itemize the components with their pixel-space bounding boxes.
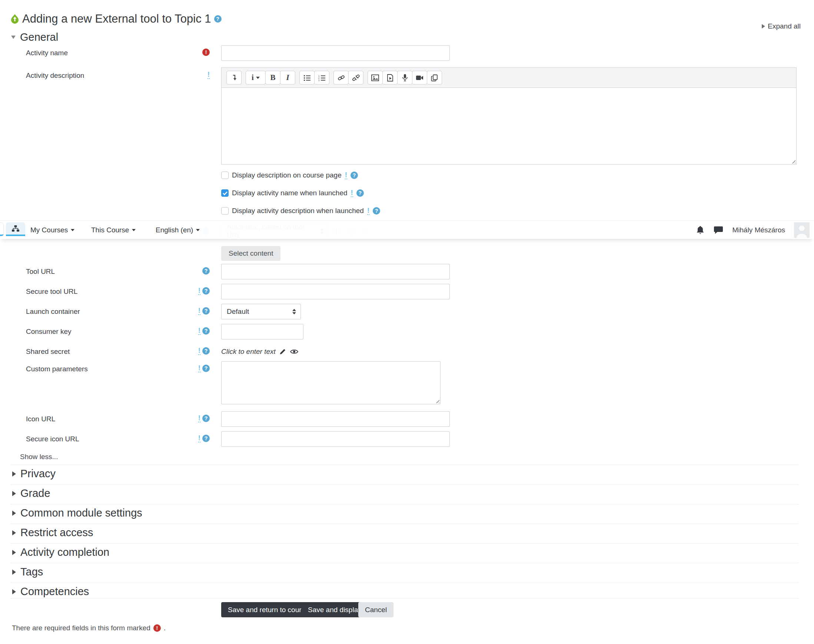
advanced-icon: ! [207,71,210,79]
nav-menu-my-courses[interactable]: My Courses [31,221,75,239]
nav-menu-label: This Course [91,226,129,234]
caret-down-icon [256,77,260,79]
manage-files-button[interactable] [427,71,442,84]
divider [11,543,799,544]
show-less-link[interactable]: Show less... [20,453,58,461]
activity-description-label: Activity description [26,72,84,80]
section-activity-completion-header[interactable]: Activity completion [0,546,109,558]
checkbox-checked[interactable] [221,189,228,197]
help-icon[interactable]: ? [202,267,210,274]
help-icon[interactable]: ? [202,435,210,442]
record-audio-button[interactable] [397,71,412,84]
nav-tab-sitemap[interactable] [6,222,25,236]
arrow-down-icon [230,74,238,81]
secure-tool-url-input[interactable] [221,284,450,299]
activity-name-input[interactable] [221,45,450,61]
secure-icon-url-label: Secure icon URL [26,435,79,443]
section-privacy-header[interactable]: Privacy [0,468,55,480]
checkbox-unchecked[interactable] [221,207,228,215]
section-common-module-settings-header[interactable]: Common module settings [0,507,142,519]
section-restrict-access-header[interactable]: Restrict access [0,526,94,539]
checkbox-label[interactable]: Display activity name when launched [232,189,348,197]
triangle-right-icon [12,550,16,555]
required-icon: ! [153,624,161,632]
nav-menu-this-course[interactable]: This Course [91,221,136,239]
nav-menu-language[interactable]: English (en) [156,221,200,239]
bold-button[interactable]: B [265,71,281,84]
microphone-icon [402,74,408,81]
checkbox-label[interactable]: Display activity description when launch… [232,207,364,215]
custom-parameters-textarea[interactable] [221,361,440,404]
cancel-button[interactable]: Cancel [358,602,394,617]
description-textarea[interactable] [221,88,797,164]
help-icon[interactable]: ? [202,287,210,294]
help-icon[interactable]: ? [351,172,358,179]
ordered-list-button[interactable]: 1 2 3 [314,71,330,84]
unlink-button[interactable] [348,71,363,84]
section-competencies-header[interactable]: Competencies [0,586,89,598]
video-camera-icon [416,75,423,81]
resize-handle[interactable] [435,398,439,403]
checkbox-row-display-activity-description: Display activity description when launch… [221,207,380,215]
advanced-icon: ! [198,435,201,442]
section-title: Restrict access [20,526,94,539]
tool-url-input[interactable] [221,264,450,279]
bold-icon: B [270,73,275,82]
triangle-right-icon [12,569,16,575]
eye-icon[interactable] [290,349,299,354]
checkbox-unchecked[interactable] [221,172,228,179]
select-content-button[interactable]: Select content [221,246,281,261]
help-icon[interactable]: ? [202,347,210,354]
consumer-key-input[interactable] [221,324,304,339]
paragraph-styles-button[interactable]: i [246,71,266,84]
insert-image-button[interactable] [368,71,383,84]
advanced-icon: ! [198,347,201,355]
icon-url-label: Icon URL [26,415,55,423]
nav-tab-partial[interactable] [0,222,4,236]
messages-icon[interactable] [714,225,723,235]
required-icon: ! [202,49,210,56]
expand-all-link[interactable]: Expand all [762,22,801,31]
checkbox-row-display-activity-name: Display activity name when launched ! ? [221,189,364,197]
toolbar-toggle-button[interactable] [226,71,242,84]
section-general-header[interactable]: General [0,31,58,43]
notifications-bell-icon[interactable] [696,225,705,235]
page-title: Adding a new External tool to Topic 1 [22,12,211,26]
files-icon [431,74,438,81]
help-icon[interactable]: ? [202,365,210,372]
section-grade-header[interactable]: Grade [0,487,51,500]
advanced-icon: ! [198,307,201,315]
help-icon[interactable]: ? [202,415,210,422]
required-note-text: There are required fields in this form m… [12,624,150,632]
person-icon [794,222,809,238]
help-icon[interactable]: ? [373,207,380,215]
description-editor: i B I 1 [221,67,797,164]
title-help-icon[interactable]: ? [214,15,222,23]
expand-all-label: Expand all [768,22,801,31]
launch-container-label: Launch container [26,308,80,316]
unordered-list-button[interactable] [299,71,314,84]
link-button[interactable] [333,71,349,84]
secure-icon-url-input[interactable] [221,431,450,447]
section-title: Common module settings [20,507,142,519]
resize-handle[interactable] [791,159,796,163]
italic-button[interactable]: I [280,71,295,84]
divider [11,563,799,563]
avatar[interactable] [794,222,809,238]
help-icon[interactable]: ? [202,307,210,314]
pencil-edit-icon[interactable] [279,348,286,355]
help-icon[interactable]: ? [202,327,210,334]
user-name[interactable]: Mihály Mészáros [732,226,785,234]
section-tags-header[interactable]: Tags [0,566,43,578]
record-video-button[interactable] [412,71,427,84]
styles-icon: i [251,73,254,82]
advanced-icon: ! [198,287,201,295]
icon-url-input[interactable] [221,411,450,427]
launch-container-select[interactable]: Default [221,304,301,319]
shared-secret-placeholder[interactable]: Click to enter text [221,348,276,356]
checkbox-label[interactable]: Display description on course page [232,171,342,179]
required-note-suffix: . [164,624,166,632]
triangle-right-icon [12,491,16,496]
help-icon[interactable]: ? [356,189,364,197]
insert-media-button[interactable] [382,71,397,84]
